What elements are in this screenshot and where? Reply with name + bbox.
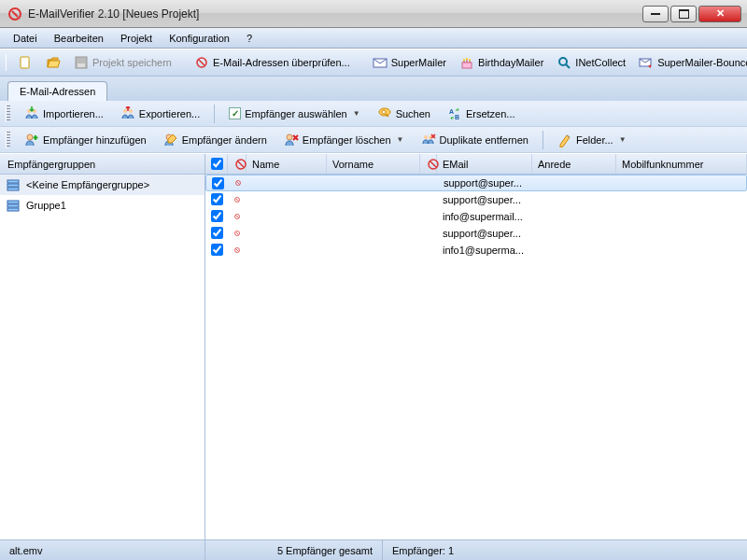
svg-text:B: B — [455, 114, 459, 120]
column-anrede[interactable]: Anrede — [532, 154, 616, 174]
select-recipients-button[interactable]: ✓Empfänger auswählen▼ — [224, 105, 364, 122]
svg-point-16 — [123, 109, 127, 113]
group-icon — [6, 198, 21, 213]
menu-projekt[interactable]: Projekt — [113, 31, 160, 46]
new-project-button[interactable] — [14, 53, 36, 72]
maximize-button[interactable] — [670, 6, 697, 22]
table-body[interactable]: support@super...support@super...info@sup… — [205, 175, 747, 539]
row-email: support@super... — [438, 177, 533, 189]
menu-bearbeiten[interactable]: Bearbeiten — [47, 31, 111, 46]
row-status-icon — [228, 227, 247, 240]
group-item-gruppe1[interactable]: Gruppe1 — [0, 195, 204, 216]
svg-point-7 — [463, 59, 465, 61]
group-icon — [6, 177, 21, 192]
svg-point-10 — [559, 58, 567, 65]
status-bar: alt.emv 5 Empfänger gesamt Empfänger: 1 — [0, 539, 747, 560]
svg-point-22 — [27, 134, 33, 140]
toolbar-grip — [6, 105, 10, 122]
dropdown-arrow-icon: ▼ — [619, 135, 627, 144]
supermailer-button[interactable]: SuperMailer — [369, 53, 450, 72]
svg-rect-27 — [7, 180, 19, 183]
birthdaymailer-button[interactable]: BirthdayMailer — [456, 53, 547, 72]
row-status-icon — [228, 210, 247, 223]
column-name[interactable]: Name — [247, 154, 327, 174]
menu-datei[interactable]: Datei — [6, 31, 45, 46]
tab-bar: E-Mail-Adressen — [0, 77, 747, 101]
supermailer-bounce-button[interactable]: SuperMailer-Bounce — [635, 53, 747, 72]
replace-button[interactable]: ABErsetzen... — [443, 104, 520, 124]
column-email[interactable]: EMail — [437, 154, 532, 174]
svg-rect-29 — [7, 188, 19, 190]
table-row[interactable]: info1@superma... — [205, 242, 747, 259]
toolbar-grip — [6, 54, 7, 71]
row-checkbox[interactable] — [205, 244, 228, 256]
tab-email-adressen[interactable]: E-Mail-Adressen — [7, 81, 107, 101]
main-area: Empfängergruppen <Keine Empfängergruppe>… — [0, 153, 747, 539]
remove-duplicates-button[interactable]: Duplikate entfernen — [416, 130, 533, 150]
menu-konfiguration[interactable]: Konfiguration — [162, 31, 237, 46]
row-status-icon — [228, 244, 247, 257]
fields-button[interactable]: Felder...▼ — [553, 130, 631, 150]
group-item-none[interactable]: <Keine Empfängergruppe> — [0, 175, 204, 195]
save-project-button: Projekt speichern — [70, 53, 176, 72]
row-checkbox[interactable] — [205, 227, 228, 239]
dropdown-arrow-icon: ▼ — [397, 135, 404, 144]
recipient-table: Name Vorname EMail Anrede Mobilfunknumme… — [205, 154, 747, 539]
sidebar: Empfängergruppen <Keine Empfängergruppe>… — [0, 154, 205, 539]
export-button[interactable]: Exportieren... — [116, 104, 204, 124]
svg-point-9 — [469, 59, 471, 61]
search-button[interactable]: Suchen — [373, 104, 435, 124]
column-email-icon[interactable] — [420, 154, 437, 174]
edit-recipient-button[interactable]: Empfänger ändern — [159, 130, 272, 150]
svg-rect-30 — [7, 201, 19, 203]
verify-addresses-button[interactable]: E-Mail-Adressen überprüfen... — [190, 53, 354, 72]
table-row[interactable]: info@supermail... — [205, 208, 747, 225]
secondary-toolbar: Importieren... Exportieren... ✓Empfänger… — [0, 101, 747, 127]
window-title: E-MailVerifier 2.10 [Neues Projekt] — [28, 7, 642, 21]
delete-recipient-button[interactable]: Empfänger löschen▼ — [279, 130, 409, 150]
svg-point-17 — [129, 109, 133, 113]
inetcollect-button[interactable]: INetCollect — [553, 53, 629, 72]
status-selected: Empfänger: 1 — [383, 540, 747, 560]
row-email: support@super... — [437, 194, 532, 205]
svg-point-8 — [466, 58, 468, 60]
add-recipient-button[interactable]: Empfänger hinzufügen — [20, 130, 151, 150]
row-email: info@supermail... — [437, 211, 532, 222]
svg-rect-32 — [7, 208, 19, 211]
open-project-button[interactable] — [42, 53, 64, 72]
checkbox-icon: ✓ — [229, 107, 241, 119]
column-mobil[interactable]: Mobilfunknummer — [616, 154, 747, 174]
row-email: info1@superma... — [437, 245, 532, 256]
group-label: <Keine Empfängergruppe> — [26, 179, 149, 190]
column-vorname[interactable]: Vorname — [327, 154, 420, 174]
table-row[interactable]: support@super... — [205, 225, 747, 242]
row-checkbox[interactable] — [205, 210, 228, 222]
minimize-button[interactable] — [642, 6, 669, 22]
select-all-checkbox[interactable] — [211, 158, 223, 170]
table-row[interactable]: support@super... — [205, 191, 747, 208]
sidebar-header: Empfängergruppen — [0, 154, 204, 175]
column-checkbox[interactable] — [205, 154, 228, 174]
group-list[interactable]: <Keine Empfängergruppe> Gruppe1 — [0, 175, 204, 539]
column-status[interactable] — [228, 154, 247, 174]
menubar: Datei Bearbeiten Projekt Konfiguration ? — [0, 28, 747, 49]
row-checkbox[interactable] — [206, 177, 229, 189]
close-button[interactable]: ✕ — [698, 6, 741, 22]
import-button[interactable]: Importieren... — [20, 104, 108, 124]
dropdown-arrow-icon: ▼ — [353, 109, 360, 118]
row-checkbox[interactable] — [205, 193, 228, 205]
row-email: support@super... — [437, 228, 532, 239]
save-project-label: Projekt speichern — [92, 57, 172, 68]
row-status-icon — [228, 193, 247, 206]
main-toolbar: Projekt speichern E-Mail-Adressen überpr… — [0, 49, 747, 77]
toolbar-grip — [6, 132, 10, 148]
menu-help[interactable]: ? — [239, 31, 260, 46]
app-icon — [7, 7, 22, 21]
recipient-toolbar: Empfänger hinzufügen Empfänger ändern Em… — [0, 127, 747, 153]
svg-point-24 — [287, 134, 292, 140]
svg-text:A: A — [449, 108, 454, 115]
status-file: alt.emv — [0, 540, 205, 560]
table-row[interactable]: support@super... — [205, 175, 747, 191]
status-total: 5 Empfänger gesamt — [205, 540, 383, 560]
svg-point-25 — [424, 135, 428, 139]
